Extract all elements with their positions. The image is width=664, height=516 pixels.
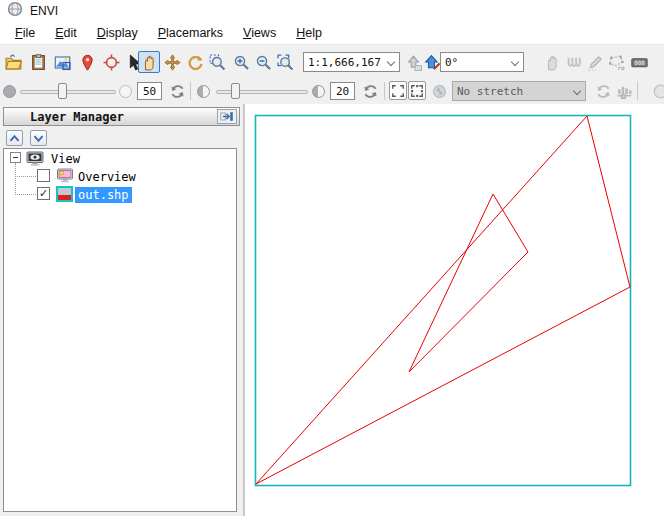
envi-window: ENVI File Edit Display Placemarks Views …: [0, 0, 664, 516]
open-folder-icon[interactable]: [2, 51, 24, 73]
title-bar: ENVI: [0, 0, 664, 22]
refresh-icon[interactable]: [359, 80, 381, 102]
rotate-view-icon[interactable]: [184, 51, 206, 73]
stretch-value: No stretch: [457, 85, 523, 98]
toolbar-separator: [384, 82, 385, 100]
toolbar-separator: [190, 82, 191, 100]
shapefile-layer-icon: [56, 186, 73, 202]
transparency-slider[interactable]: [20, 90, 116, 94]
fit-to-view-icon[interactable]: [408, 81, 426, 100]
tree-label-view[interactable]: View: [48, 151, 83, 167]
envi-globe-icon: [7, 1, 23, 21]
tree-row-outshp[interactable]: ✓ out.shp: [4, 186, 236, 203]
layer-manager-title: Layer Manager: [30, 110, 217, 124]
app-title: ENVI: [30, 4, 58, 18]
layer-manager-header[interactable]: Layer Manager: [3, 107, 240, 126]
map-view[interactable]: [245, 104, 664, 516]
refresh-icon[interactable]: [166, 80, 188, 102]
outshp-checkbox[interactable]: ✓: [37, 187, 50, 200]
chip-view-icon[interactable]: [51, 51, 73, 73]
menu-views[interactable]: Views: [236, 23, 283, 43]
zoom-in-icon[interactable]: [230, 51, 252, 73]
transparency-value-input[interactable]: [137, 82, 162, 100]
transparent-circle-icon: [119, 85, 132, 98]
brightness-slider-thumb[interactable]: [231, 83, 240, 99]
scale-combo[interactable]: 1:1,666,167: [303, 52, 400, 72]
overview-layer-icon: [56, 168, 74, 184]
inner-triangle: [409, 194, 528, 372]
zoom-select-icon[interactable]: [274, 51, 296, 73]
vector-shapes-canvas: [245, 104, 664, 516]
tree-row-view[interactable]: View: [4, 150, 236, 167]
sync-views-icon: [428, 80, 450, 102]
zoom-out-icon[interactable]: [252, 51, 274, 73]
roi-tool-icon: roi: [605, 51, 627, 73]
move-layer-up-button[interactable]: [6, 130, 23, 146]
chevron-down-icon: [573, 87, 581, 95]
rotation-combo[interactable]: 0°: [440, 52, 524, 72]
overview-checkbox[interactable]: [37, 169, 50, 182]
zoom-full-extent-icon[interactable]: [389, 81, 407, 100]
tree-row-overview[interactable]: Overview: [4, 168, 236, 185]
data-manager-icon[interactable]: [27, 51, 49, 73]
menu-bar: File Edit Display Placemarks Views Help: [0, 22, 664, 45]
move-layer-down-button[interactable]: [30, 130, 47, 146]
toolbar-separator: [637, 81, 638, 100]
collapse-panel-icon[interactable]: [217, 109, 237, 124]
rotation-value: 0°: [445, 56, 458, 69]
brightness-slider[interactable]: [216, 90, 308, 94]
brightness-min-icon: [197, 85, 210, 98]
chevron-down-icon: [387, 58, 395, 66]
display-toolbar: No stretch: [0, 78, 664, 104]
menu-placemarks[interactable]: Placemarks: [151, 23, 230, 43]
scale-value: 1:1,666,167: [308, 56, 381, 69]
roi-label: roi: [617, 65, 624, 71]
fly-pan-icon[interactable]: [161, 51, 183, 73]
layer-tree: View Overview ✓ out.shp: [3, 148, 237, 512]
stretch-refresh-icon: [592, 80, 614, 102]
histogram-stretch-icon: [613, 80, 635, 102]
brightness-max-icon: [312, 85, 325, 98]
main-toolbar: 1:1,666,167 0° roi 008: [0, 46, 664, 78]
vertex-edit-icon: [563, 51, 585, 73]
menu-display[interactable]: Display: [90, 23, 145, 43]
placemark-pin-icon[interactable]: [76, 51, 98, 73]
brightness-value-input[interactable]: [330, 82, 355, 100]
stretch-combo: No stretch: [452, 81, 586, 101]
chevron-down-icon: [511, 58, 519, 66]
zoom-rect-icon[interactable]: [206, 51, 228, 73]
workspace: Layer Manager View: [0, 104, 664, 516]
pan-hand-disabled-icon: [541, 51, 563, 73]
menu-file[interactable]: File: [8, 23, 42, 43]
view-monitor-eye-icon: [26, 151, 44, 167]
menu-help[interactable]: Help: [289, 23, 329, 43]
pan-hand-icon[interactable]: [138, 51, 160, 73]
goto-crosshair-icon[interactable]: [100, 51, 122, 73]
transparency-slider-thumb[interactable]: [58, 83, 67, 99]
tree-label-overview[interactable]: Overview: [75, 169, 139, 185]
contrast-partial-icon: [646, 80, 664, 102]
opaque-circle-icon: [3, 85, 16, 98]
tree-label-outshp[interactable]: out.shp: [75, 187, 132, 203]
annotation-badge-icon: 008: [628, 51, 650, 73]
draw-pencil-icon: [584, 51, 606, 73]
menu-edit[interactable]: Edit: [48, 23, 84, 43]
annotation-badge-text: 008: [634, 59, 645, 66]
